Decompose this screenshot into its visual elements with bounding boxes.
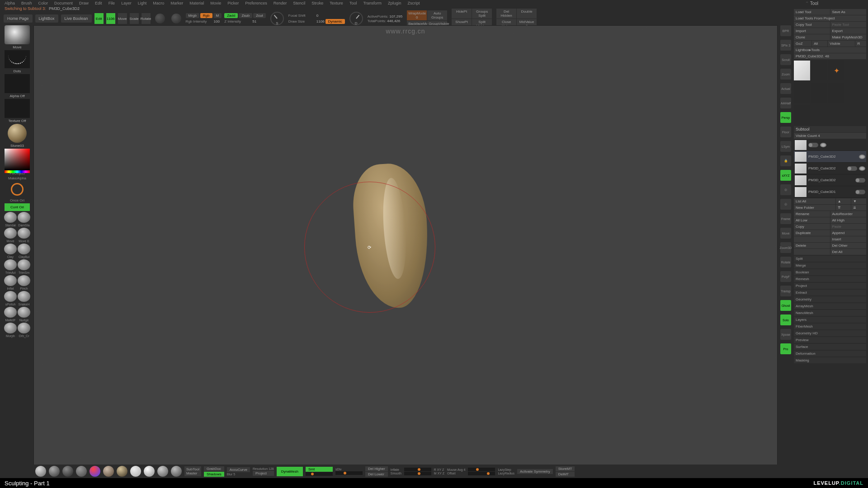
edit-mode-button[interactable]: Edit: [94, 13, 104, 24]
live-boolean-button[interactable]: Live Boolean: [61, 14, 92, 23]
menu-render[interactable]: Render: [274, 1, 287, 5]
menu-edit[interactable]: Edit: [95, 1, 102, 5]
rotate-view-button[interactable]: Rotate: [780, 257, 791, 267]
brush-movee[interactable]: [18, 228, 30, 239]
lock-button[interactable]: 🔒: [780, 155, 791, 166]
menu-stroke[interactable]: Stroke: [311, 1, 323, 5]
draw-gauge[interactable]: D: [349, 12, 363, 25]
paste-tool-button[interactable]: Paste Tool: [830, 22, 867, 28]
wrapmode-button[interactable]: WrapMode 0: [407, 10, 427, 20]
del-all-button[interactable]: Del All: [830, 249, 867, 255]
smt-button[interactable]: Smt: [306, 467, 333, 472]
rename-button[interactable]: Rename: [794, 211, 830, 217]
makealpha-button[interactable]: MakeAlpha: [8, 176, 26, 180]
save-as-button[interactable]: Save As: [830, 9, 867, 15]
menu-stencil[interactable]: Stencil: [293, 1, 305, 5]
move-down-icon[interactable]: ⇊: [851, 205, 866, 211]
brush-nudge[interactable]: [18, 307, 30, 318]
dynamic-button[interactable]: Dynamic: [326, 19, 345, 24]
floor-button[interactable]: Floor: [780, 127, 791, 137]
layers-section[interactable]: Layers: [794, 317, 866, 323]
texture-thumbnail[interactable]: [5, 99, 30, 118]
sculptris-icon[interactable]: [171, 14, 181, 23]
focal-gauge[interactable]: S: [270, 12, 284, 25]
zoom3d-button[interactable]: Zoom3D: [780, 242, 791, 253]
solo-button[interactable]: Solo: [780, 314, 791, 325]
mouseavg-slider[interactable]: [468, 468, 495, 471]
mat-8[interactable]: [144, 466, 155, 477]
tool-thumb-5[interactable]: [828, 83, 844, 103]
duplicate-button[interactable]: Duplicate: [794, 230, 830, 236]
storemt-button[interactable]: StoreMT: [556, 466, 575, 471]
menu-preferences[interactable]: Preferences: [245, 1, 267, 5]
stroke-curve-icon[interactable]: [11, 183, 24, 196]
all-low-button[interactable]: All Low: [794, 217, 830, 223]
delhidden-button[interactable]: Del Hidden: [496, 9, 516, 19]
mat-6[interactable]: [117, 466, 127, 477]
menu-alpha[interactable]: Alpha: [5, 1, 15, 5]
dellower-button[interactable]: Del Lower: [365, 472, 388, 477]
inflate-slider[interactable]: [404, 468, 431, 471]
nanomesh-section[interactable]: NanoMesh: [794, 310, 866, 316]
sdiv-slider[interactable]: [335, 471, 363, 475]
gizmo-icon[interactable]: [155, 14, 165, 23]
goz-all-button[interactable]: All: [812, 41, 827, 47]
zadd-button[interactable]: Zadd: [224, 13, 238, 18]
menu-color[interactable]: Color: [38, 1, 48, 5]
color-picker[interactable]: [5, 149, 30, 170]
brush-trimad[interactable]: [4, 259, 17, 270]
z-intensity-value[interactable]: 51: [252, 19, 256, 23]
brush-orb[interactable]: [18, 323, 30, 333]
merge-section[interactable]: Merge: [794, 263, 866, 268]
subtool-master-button[interactable]: SubToolMaster: [184, 466, 201, 476]
mat-3[interactable]: [76, 466, 87, 477]
menu-file[interactable]: File: [108, 1, 115, 5]
dynamesh-button[interactable]: DynaMesh: [277, 467, 303, 476]
menu-document[interactable]: Document: [54, 1, 73, 5]
groupsplit-button[interactable]: Groups Split: [472, 9, 492, 19]
zcut-button[interactable]: Zcut: [253, 13, 266, 18]
subtool-item-0[interactable]: [794, 139, 866, 151]
new-folder-button[interactable]: New Folder: [794, 205, 835, 211]
subtool-item-3[interactable]: PM3D_Cube3D2: [794, 174, 866, 186]
brush-standard[interactable]: [4, 212, 17, 223]
once-ori-button[interactable]: Once Ori: [10, 198, 24, 202]
pro-button[interactable]: Pro: [780, 343, 791, 354]
menu-zscript[interactable]: Zscript: [408, 1, 420, 5]
ghost-button[interactable]: Ghost: [780, 300, 791, 311]
del-other-button[interactable]: Del Other: [830, 243, 867, 249]
tool-palette-header[interactable]: Tool: [805, 1, 818, 5]
scroll-button[interactable]: Scroll: [780, 54, 791, 65]
brush-claybuild[interactable]: [18, 244, 30, 254]
double-button[interactable]: Double: [517, 9, 537, 19]
menu-picker[interactable]: Picker: [227, 1, 239, 5]
goz-r-button[interactable]: R: [855, 41, 866, 47]
aahalf-button[interactable]: AAHalf: [780, 98, 791, 108]
clone-button[interactable]: Clone: [794, 34, 830, 40]
menu-draw[interactable]: Draw: [79, 1, 89, 5]
eye-icon[interactable]: [859, 155, 865, 159]
draw-size-value[interactable]: 1106: [316, 19, 325, 23]
zoom-button[interactable]: Zoom: [780, 69, 791, 80]
accucurve-button[interactable]: AccuCurve: [227, 467, 250, 472]
mat-7[interactable]: [130, 466, 141, 477]
rgb-button[interactable]: Rgb: [200, 13, 212, 18]
canvas-area[interactable]: www.rrcg.cn ⟳: [33, 25, 778, 469]
material-thumbnail[interactable]: [8, 124, 27, 143]
menu-macro[interactable]: Macro: [153, 1, 164, 5]
tool-thumb-0[interactable]: [794, 61, 810, 80]
menu-marker[interactable]: Marker: [170, 1, 183, 5]
arrow-down-icon[interactable]: ▼: [851, 198, 866, 204]
brush-spolish[interactable]: [4, 291, 17, 302]
resolution-label[interactable]: Resolution 128: [253, 467, 274, 470]
menu-movie[interactable]: Movie: [210, 1, 221, 5]
focal-shift-value[interactable]: 0: [316, 14, 318, 18]
autoreorder-button[interactable]: AutoReorder: [830, 211, 867, 217]
goz-button[interactable]: GoZ: [794, 41, 811, 47]
brush-damstd[interactable]: [18, 212, 30, 223]
split-section[interactable]: Split: [794, 256, 866, 262]
brush-thumbnail[interactable]: [5, 25, 30, 44]
delhigher-button[interactable]: Del Higher: [365, 466, 388, 471]
transp-button[interactable]: Transp: [780, 286, 791, 296]
mat-1[interactable]: [49, 466, 60, 477]
